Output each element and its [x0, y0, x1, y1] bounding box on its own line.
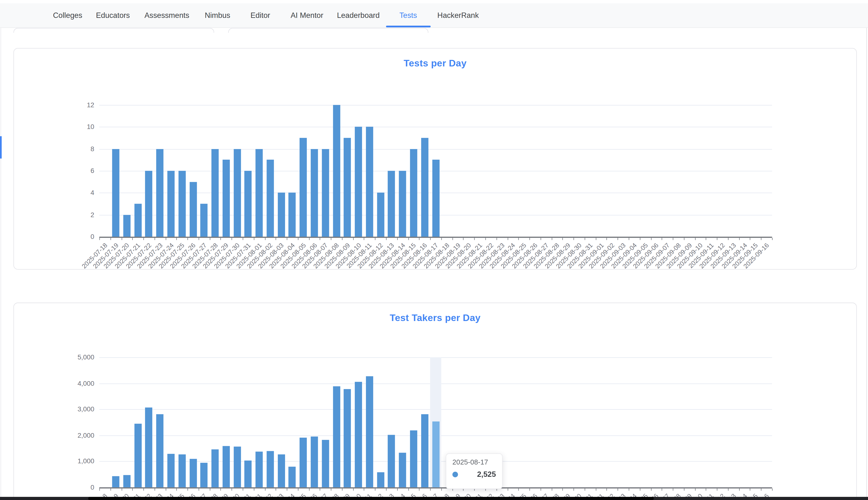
bar-2025-08-07[interactable] — [322, 440, 329, 487]
y-axis-label: 5,000 — [68, 353, 94, 361]
bar-2025-07-19[interactable] — [112, 476, 119, 487]
x-axis-tick — [199, 488, 199, 490]
x-axis-tick — [496, 237, 497, 240]
bar-2025-07-26[interactable] — [189, 182, 197, 237]
bar-2025-08-06[interactable] — [310, 436, 318, 487]
bar-2025-07-23[interactable] — [156, 414, 164, 487]
x-axis-tick — [441, 237, 442, 240]
bar-2025-07-23[interactable] — [156, 149, 164, 237]
tab-colleges[interactable]: Colleges — [53, 3, 82, 27]
bar-2025-07-21[interactable] — [134, 204, 141, 237]
bar-2025-08-08[interactable] — [333, 105, 340, 237]
tab-leaderboard[interactable]: Leaderboard — [337, 3, 380, 27]
bar-2025-08-13[interactable] — [388, 435, 395, 487]
horizontal-scrollbar-track[interactable] — [0, 497, 868, 500]
bar-2025-08-02[interactable] — [267, 160, 274, 237]
y-axis-label: 6 — [68, 167, 94, 175]
bar-2025-08-12[interactable] — [377, 193, 384, 237]
bar-2025-07-26[interactable] — [189, 459, 197, 487]
bar-2025-07-20[interactable] — [124, 475, 131, 487]
bar-2025-07-29[interactable] — [223, 446, 230, 487]
bar-2025-08-03[interactable] — [278, 455, 285, 487]
bar-2025-07-27[interactable] — [200, 204, 208, 237]
gridline — [99, 149, 772, 149]
plot-area: 0246810122025-07-182025-07-192025-07-202… — [14, 48, 856, 269]
bar-2025-08-08[interactable] — [333, 386, 340, 487]
bar-2025-08-16[interactable] — [421, 138, 428, 237]
bar-2025-08-14[interactable] — [399, 171, 406, 237]
bar-2025-08-10[interactable] — [355, 382, 362, 487]
x-axis-tick — [210, 488, 210, 490]
x-axis-tick — [132, 488, 133, 490]
bar-2025-07-25[interactable] — [178, 171, 186, 237]
bar-2025-07-30[interactable] — [233, 149, 241, 237]
bar-2025-08-17[interactable] — [432, 422, 439, 487]
bar-2025-08-01[interactable] — [256, 452, 263, 487]
x-axis-tick — [298, 237, 298, 240]
x-axis-tick — [176, 237, 177, 240]
bar-2025-08-09[interactable] — [344, 138, 351, 237]
tab-editor[interactable]: Editor — [250, 3, 270, 27]
bar-2025-08-03[interactable] — [278, 193, 285, 237]
bar-2025-08-07[interactable] — [322, 149, 329, 237]
bar-2025-07-30[interactable] — [233, 446, 241, 487]
x-axis-tick — [761, 488, 762, 490]
horizontal-scrollbar-thumb[interactable] — [88, 497, 654, 500]
bar-2025-08-12[interactable] — [377, 473, 384, 487]
bar-2025-07-29[interactable] — [223, 160, 230, 237]
bar-2025-08-11[interactable] — [366, 127, 373, 237]
tab-educators[interactable]: Educators — [96, 3, 130, 27]
bar-2025-07-28[interactable] — [211, 149, 219, 237]
y-axis-label: 10 — [68, 123, 94, 131]
bar-2025-08-05[interactable] — [300, 138, 307, 237]
x-axis-tick — [165, 237, 166, 240]
x-axis-tick — [507, 488, 508, 490]
x-axis-tick — [485, 237, 486, 240]
x-axis-tick — [309, 488, 309, 490]
bar-2025-07-31[interactable] — [245, 171, 252, 237]
tab-nimbus[interactable]: Nimbus — [205, 3, 230, 27]
bar-2025-08-04[interactable] — [289, 466, 296, 487]
tab-tests[interactable]: Tests — [399, 3, 417, 27]
bar-2025-07-22[interactable] — [145, 408, 153, 487]
bar-2025-07-21[interactable] — [134, 424, 141, 487]
y-axis-label: 12 — [68, 101, 94, 109]
bar-2025-07-22[interactable] — [145, 171, 153, 237]
x-axis-tick — [408, 237, 409, 240]
bar-2025-08-09[interactable] — [344, 389, 351, 487]
x-axis-tick — [706, 237, 706, 240]
x-axis-tick — [629, 237, 629, 240]
bar-2025-07-27[interactable] — [200, 463, 208, 487]
bar-2025-08-13[interactable] — [388, 171, 395, 237]
bar-2025-08-01[interactable] — [256, 149, 263, 237]
bar-2025-07-31[interactable] — [245, 461, 252, 487]
bar-2025-08-17[interactable] — [432, 160, 439, 237]
tab-assessments[interactable]: Assessments — [144, 3, 189, 27]
bar-2025-07-20[interactable] — [124, 215, 131, 237]
bar-2025-08-16[interactable] — [421, 414, 428, 487]
page-left-edge — [0, 28, 1, 500]
bar-2025-08-15[interactable] — [410, 149, 417, 237]
tab-ai-mentor[interactable]: AI Mentor — [291, 3, 323, 27]
bar-2025-08-05[interactable] — [300, 438, 307, 487]
bar-2025-07-25[interactable] — [178, 454, 186, 487]
x-axis-tick — [342, 488, 342, 490]
bar-2025-07-28[interactable] — [211, 449, 219, 487]
x-axis-tick — [320, 237, 320, 240]
x-axis-tick — [518, 488, 519, 490]
bar-2025-08-06[interactable] — [310, 149, 318, 237]
x-axis-tick — [165, 488, 166, 490]
bar-2025-08-10[interactable] — [355, 127, 362, 237]
bar-2025-07-19[interactable] — [112, 149, 119, 237]
bar-2025-07-24[interactable] — [167, 454, 175, 487]
bar-2025-08-15[interactable] — [410, 430, 417, 487]
bar-2025-07-24[interactable] — [167, 171, 175, 237]
bar-2025-08-14[interactable] — [399, 453, 406, 487]
bar-2025-08-04[interactable] — [289, 193, 296, 237]
x-axis-tick — [761, 237, 762, 240]
x-axis-tick — [331, 237, 331, 240]
bar-2025-08-11[interactable] — [366, 376, 373, 487]
tab-hackerrank[interactable]: HackerRank — [437, 3, 479, 27]
bar-2025-08-02[interactable] — [267, 451, 274, 487]
x-axis-tick — [717, 488, 717, 490]
